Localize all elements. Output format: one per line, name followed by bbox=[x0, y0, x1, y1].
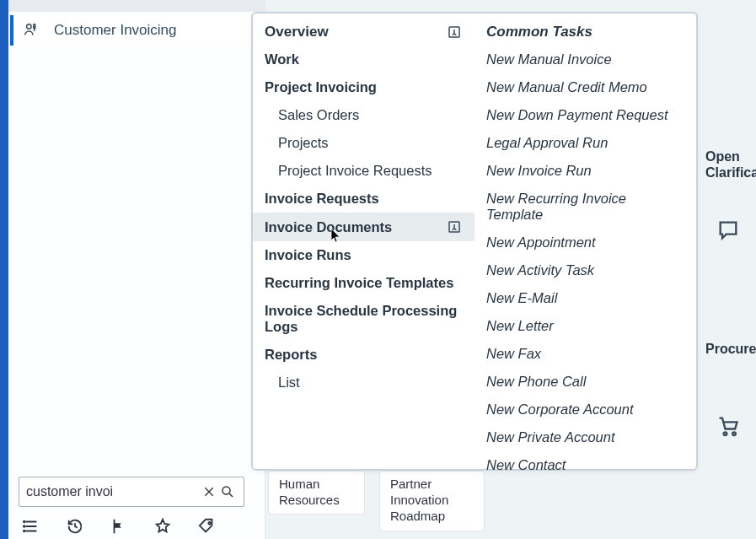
svg-point-1 bbox=[223, 487, 230, 494]
flyout-item-label: New E-Mail bbox=[486, 290, 557, 306]
flyout-item-invoice-schedule-processing-logs[interactable]: Invoice Schedule Processing Logs bbox=[253, 297, 475, 341]
flyout-item-label: Recurring Invoice Templates bbox=[265, 275, 453, 291]
svg-point-0 bbox=[27, 24, 31, 30]
svg-point-3 bbox=[24, 526, 25, 527]
flag-icon[interactable] bbox=[110, 517, 128, 536]
common-task-new-e-mail[interactable]: New E-Mail bbox=[475, 284, 696, 312]
tag-icon[interactable] bbox=[197, 517, 216, 536]
common-task-new-phone-call[interactable]: New Phone Call bbox=[475, 368, 696, 396]
common-task-new-manual-credit-memo[interactable]: New Manual Credit Memo bbox=[475, 73, 696, 101]
svg-point-7 bbox=[732, 432, 736, 435]
cart-icon[interactable] bbox=[716, 413, 741, 439]
flyout-item-invoice-runs[interactable]: Invoice Runs bbox=[253, 241, 475, 269]
flyout-item-project-invoice-requests[interactable]: Project Invoice Requests bbox=[253, 157, 475, 185]
rail-label-open-clarifications: Open Clarifica bbox=[705, 148, 756, 181]
svg-point-6 bbox=[724, 432, 727, 435]
common-task-new-appointment[interactable]: New Appointment bbox=[475, 229, 696, 256]
svg-point-4 bbox=[24, 531, 25, 532]
flyout-item-label: List bbox=[278, 375, 300, 391]
sidebar-accent bbox=[0, 0, 8, 539]
svg-point-5 bbox=[208, 522, 211, 525]
flyout-item-label: New Manual Credit Memo bbox=[486, 79, 647, 95]
common-task-new-letter[interactable]: New Letter bbox=[475, 312, 696, 340]
tile-partner-innovation[interactable]: Partner Innovation Roadmap bbox=[379, 471, 485, 531]
pin-icon[interactable] bbox=[446, 218, 463, 235]
flyout-left-header[interactable]: Overview bbox=[253, 19, 475, 46]
flyout-item-sales-orders[interactable]: Sales Orders bbox=[253, 101, 475, 129]
pin-icon[interactable] bbox=[446, 24, 463, 40]
flyout-item-label: New Corporate Account bbox=[486, 402, 634, 418]
sidebar-item-customer-invoicing[interactable]: Customer Invoicing bbox=[10, 15, 255, 46]
flyout-item-label: New Appointment bbox=[486, 234, 596, 251]
common-task-new-private-account[interactable]: New Private Account bbox=[475, 423, 696, 451]
flyout-item-label: Work bbox=[265, 51, 299, 67]
flyout-item-label: New Phone Call bbox=[486, 374, 586, 390]
tile-label: Partner Innovation Roadmap bbox=[390, 477, 448, 523]
flyout-item-work[interactable]: Work bbox=[253, 46, 475, 73]
flyout-item-label: New Contact bbox=[486, 457, 566, 473]
top-tab-bar bbox=[8, 0, 265, 12]
flyout-item-label: New Invoice Run bbox=[486, 163, 592, 179]
flyout-item-reports[interactable]: Reports bbox=[253, 341, 475, 369]
flyout-item-label: Invoice Requests bbox=[265, 191, 379, 207]
common-task-new-contact[interactable]: New Contact bbox=[475, 451, 696, 479]
flyout-item-label: Legal Approval Run bbox=[486, 135, 608, 151]
flyout-item-projects[interactable]: Projects bbox=[253, 129, 475, 157]
flyout-item-project-invoicing[interactable]: Project Invoicing bbox=[253, 73, 475, 101]
flyout-item-label: New Fax bbox=[486, 346, 541, 362]
common-task-new-manual-invoice[interactable]: New Manual Invoice bbox=[475, 46, 696, 73]
flyout-item-label: New Activity Task bbox=[486, 262, 594, 278]
common-task-new-invoice-run[interactable]: New Invoice Run bbox=[475, 157, 696, 185]
common-task-new-down-payment-request[interactable]: New Down Payment Request bbox=[475, 101, 696, 129]
common-task-new-recurring-invoice-template[interactable]: New Recurring Invoice Template bbox=[475, 185, 696, 229]
chat-icon[interactable] bbox=[716, 218, 741, 243]
flyout-item-recurring-invoice-templates[interactable]: Recurring Invoice Templates bbox=[253, 269, 475, 297]
flyout-item-invoice-requests[interactable]: Invoice Requests bbox=[253, 185, 475, 213]
flyout-header-label: Common Tasks bbox=[486, 24, 592, 40]
flyout-item-label: New Recurring Invoice Template bbox=[486, 191, 684, 223]
flyout-item-label: New Down Payment Request bbox=[486, 107, 668, 123]
flyout-item-list[interactable]: List bbox=[253, 369, 475, 396]
flyout-item-label: Invoice Schedule Processing Logs bbox=[265, 303, 463, 335]
flyout-item-label: Invoice Documents bbox=[265, 219, 392, 235]
sidebar-search-box[interactable] bbox=[19, 477, 244, 507]
star-icon[interactable] bbox=[153, 517, 172, 536]
flyout-item-label: Sales Orders bbox=[278, 107, 359, 123]
clear-search-icon[interactable] bbox=[200, 482, 218, 501]
tile-human-resources[interactable]: Human Resources bbox=[268, 471, 365, 515]
flyout-item-label: New Private Account bbox=[486, 429, 615, 445]
flyout-header-label: Overview bbox=[265, 24, 329, 40]
list-icon[interactable] bbox=[22, 517, 40, 536]
right-rail: Open Clarifica Procure bbox=[705, 0, 756, 539]
flyout-right-col: Common Tasks New Manual InvoiceNew Manua… bbox=[475, 13, 696, 469]
flyout-item-label: Project Invoice Requests bbox=[278, 163, 432, 179]
flyout-item-label: New Letter bbox=[486, 318, 554, 334]
invoice-person-icon bbox=[22, 20, 42, 40]
flyout-left-col: Overview WorkProject InvoicingSales Orde… bbox=[253, 13, 475, 469]
common-task-new-fax[interactable]: New Fax bbox=[475, 340, 696, 368]
search-icon[interactable] bbox=[218, 482, 237, 501]
flyout-item-label: Invoice Runs bbox=[265, 247, 351, 263]
tile-label: Human Resources bbox=[279, 477, 340, 507]
sidebar: Customer Invoicing bbox=[0, 0, 265, 539]
history-icon[interactable] bbox=[66, 517, 84, 536]
flyout-item-label: New Manual Invoice bbox=[486, 51, 612, 67]
svg-point-2 bbox=[24, 521, 25, 523]
flyout-item-invoice-documents[interactable]: Invoice Documents bbox=[253, 213, 475, 241]
sidebar-bottom-icons bbox=[22, 514, 249, 539]
common-task-legal-approval-run[interactable]: Legal Approval Run bbox=[475, 129, 696, 157]
flyout-right-header: Common Tasks bbox=[475, 19, 696, 46]
flyout-item-label: Project Invoicing bbox=[265, 79, 377, 95]
search-input[interactable] bbox=[26, 484, 200, 499]
common-task-new-corporate-account[interactable]: New Corporate Account bbox=[475, 396, 696, 423]
rail-label-procurement: Procure bbox=[705, 341, 756, 357]
flyout-item-label: Reports bbox=[265, 347, 317, 363]
flyout-item-label: Projects bbox=[278, 135, 329, 151]
sidebar-item-label: Customer Invoicing bbox=[54, 22, 177, 39]
common-task-new-activity-task[interactable]: New Activity Task bbox=[475, 256, 696, 284]
nav-flyout: Overview WorkProject InvoicingSales Orde… bbox=[251, 12, 698, 471]
